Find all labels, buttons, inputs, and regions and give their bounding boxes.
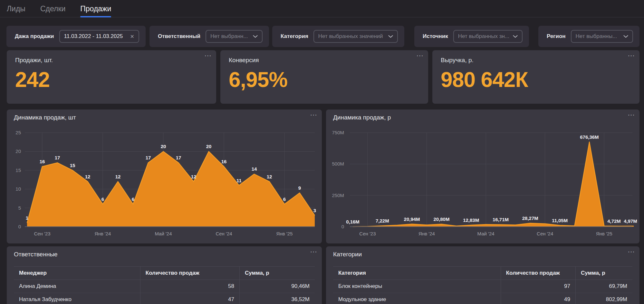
category-select[interactable]: Нет выбранных значений xyxy=(313,30,398,43)
data-point-label: 14 xyxy=(252,166,257,172)
panel-menu-button[interactable]: ⋯ xyxy=(628,248,635,255)
data-point-label: 12 xyxy=(85,174,91,179)
data-table: МенеджерКоличество продажСумма, рАлина Д… xyxy=(14,266,315,304)
panel-menu-button[interactable]: ⋯ xyxy=(310,248,317,255)
x-axis-tick-label: Сен '24 xyxy=(537,231,553,236)
chevron-down-icon xyxy=(253,35,258,38)
select-placeholder: Нет выбранных зн... xyxy=(458,33,509,40)
data-point-label: 17 xyxy=(176,155,181,160)
column-header: Категория xyxy=(333,267,501,280)
data-point-label: 1 xyxy=(26,215,28,221)
column-header: Количество продаж xyxy=(140,267,239,280)
table-panel-categories: Категории ⋯ КатегорияКоличество продажСу… xyxy=(326,246,639,304)
cell-sum: 802,99М xyxy=(575,293,632,304)
clear-filter-icon[interactable]: ✕ xyxy=(130,33,134,40)
chart-panel-sales-count: Динамика продаж, шт ⋯ 0510152025Сен '23Я… xyxy=(7,109,322,243)
data-point-label: 7,22М xyxy=(376,218,389,223)
panel-menu-button[interactable]: ⋯ xyxy=(204,52,212,59)
kebab-menu-icon: ⋯ xyxy=(416,52,424,60)
data-point-label: 20,80М xyxy=(433,216,449,222)
filter-label-region: Регион xyxy=(547,33,566,40)
y-axis-tick-label: 20 xyxy=(15,148,21,154)
data-point-label: 0,16М xyxy=(346,219,360,224)
x-axis-tick-label: Сен '24 xyxy=(216,231,232,236)
data-point-label: 15 xyxy=(70,163,75,168)
table-header-row: МенеджерКоличество продажСумма, р xyxy=(14,267,315,280)
x-axis-tick-label: Янв '24 xyxy=(418,231,435,236)
filter-responsible: ОтветственныйНет выбранн... xyxy=(149,26,269,47)
data-point-label: 20,94М xyxy=(404,216,420,222)
filter-region: РегионНет выбранны... xyxy=(538,26,639,47)
sales-count-area-chart: 0510152025Сен '23Янв '24Май '24Сен '24Ян… xyxy=(7,109,322,243)
tab-label: Сделки xyxy=(40,5,65,13)
filter-label-source: Источник xyxy=(423,33,448,40)
tab-bar: ЛидыСделкиПродажи xyxy=(0,0,644,17)
data-point-label: 16 xyxy=(221,159,227,164)
data-point-label: 12 xyxy=(267,174,272,179)
date-range-value: 11.03.2022 - 11.03.2025 xyxy=(64,33,126,40)
column-header: Менеджер xyxy=(14,267,140,280)
table-head: КатегорияКоличество продажСумма, р xyxy=(333,267,632,280)
select-placeholder: Нет выбранн... xyxy=(210,33,249,40)
tab-deals[interactable]: Сделки xyxy=(40,0,65,17)
x-axis-tick-label: Май '24 xyxy=(155,231,172,236)
data-point-label: 17 xyxy=(146,155,151,160)
managers-table: МенеджерКоличество продажСумма, рАлина Д… xyxy=(14,266,315,304)
table-row: Блок контейнеры9769,79М xyxy=(333,280,632,293)
filter-category: КатегорияНет выбранных значений xyxy=(272,26,404,47)
y-axis-tick-label: 15 xyxy=(15,167,21,173)
tab-leads[interactable]: Лиды xyxy=(7,0,25,17)
tab-label: Продажи xyxy=(80,5,111,13)
table-row: Алина Демина5890,46М xyxy=(14,280,315,293)
x-axis-tick-label: Янв '24 xyxy=(95,231,111,236)
cell-count: 97 xyxy=(501,280,575,293)
tab-sales[interactable]: Продажи xyxy=(80,0,111,17)
panel-menu-button[interactable]: ⋯ xyxy=(416,52,424,59)
data-point-label: 17 xyxy=(55,155,60,160)
filter-date-range: Дажа продажи11.03.2022 - 11.03.2025✕ xyxy=(6,26,146,47)
data-point-label: 12 xyxy=(115,174,121,179)
chevron-down-icon xyxy=(388,35,393,38)
x-axis-tick-label: Янв '25 xyxy=(596,231,612,236)
source-select[interactable]: Нет выбранных зн... xyxy=(453,30,523,43)
kpi-value: 980 642К xyxy=(441,69,631,90)
x-axis-tick-label: Май '24 xyxy=(477,231,495,236)
cell-sum: 36,52М xyxy=(239,293,315,304)
sales-revenue-area-chart: 0250М500М750МСен '23Янв '24Май '24Сен '2… xyxy=(326,109,639,243)
table-row: Модульное здание49802,99М xyxy=(333,293,632,304)
data-point-label: 6 xyxy=(101,196,104,202)
y-axis-tick-label: 5 xyxy=(18,205,21,211)
data-point-label: 16,71М xyxy=(493,217,509,222)
tab-label: Лиды xyxy=(7,5,25,13)
data-point-label: 9 xyxy=(298,185,301,191)
cell-name: Наталья Забудченко xyxy=(14,293,140,304)
panel-menu-button[interactable]: ⋯ xyxy=(628,52,635,59)
date-range-date-input[interactable]: 11.03.2022 - 11.03.2025✕ xyxy=(59,30,139,43)
column-header: Количество продаж xyxy=(501,267,575,280)
data-point-label: 28,27М xyxy=(522,215,538,221)
kpi-card-sales-count: ⋯Продажи, шт.242 xyxy=(7,50,216,104)
data-point-label: 4,97М xyxy=(624,218,637,224)
select-placeholder: Нет выбранны... xyxy=(576,33,620,40)
kpi-card-conversion: ⋯Конверсия6,95% xyxy=(220,50,428,104)
kpi-title: Выручка, р. xyxy=(441,57,631,64)
cell-sum: 69,79М xyxy=(575,280,632,293)
responsible-select[interactable]: Нет выбранн... xyxy=(206,30,263,43)
y-axis-tick-label: 10 xyxy=(15,186,21,192)
kpi-title: Продажи, шт. xyxy=(15,57,208,64)
data-table: КатегорияКоличество продажСумма, рБлок к… xyxy=(333,266,632,304)
filter-label-category: Категория xyxy=(281,33,308,40)
kpi-value: 6,95% xyxy=(229,69,420,90)
data-point-label: 11,05М xyxy=(552,218,568,223)
cell-count: 49 xyxy=(501,293,575,304)
filter-source: ИсточникНет выбранных зн... xyxy=(414,26,529,47)
select-placeholder: Нет выбранных значений xyxy=(318,33,384,40)
kebab-menu-icon: ⋯ xyxy=(204,52,212,60)
region-select[interactable]: Нет выбранны... xyxy=(571,30,633,43)
kebab-menu-icon: ⋯ xyxy=(310,248,317,256)
filter-label-responsible: Ответственный xyxy=(158,33,200,40)
table-header-row: КатегорияКоличество продажСумма, р xyxy=(333,267,632,280)
cell-count: 58 xyxy=(140,280,239,293)
cell-name: Модульное здание xyxy=(333,293,501,304)
table-head: МенеджерКоличество продажСумма, р xyxy=(14,267,315,280)
